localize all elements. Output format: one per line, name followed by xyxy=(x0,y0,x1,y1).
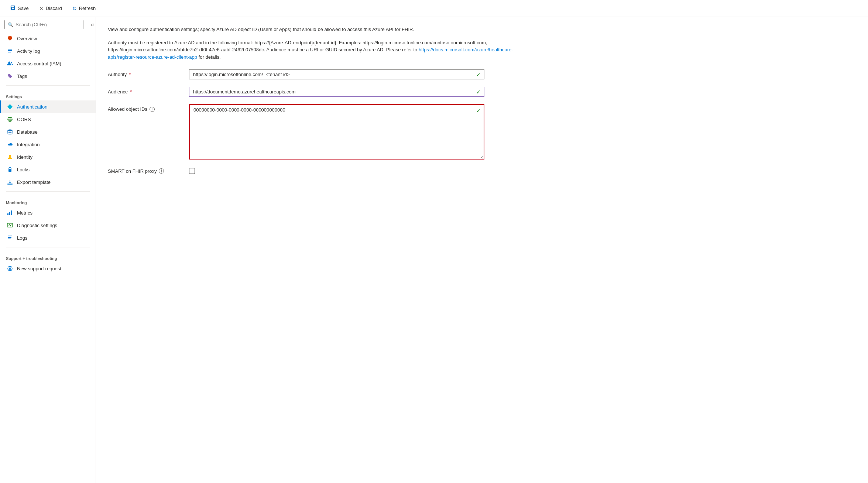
audience-required: * xyxy=(130,89,132,95)
svg-rect-1 xyxy=(8,50,12,51)
content-area: View and configure authentication settin… xyxy=(96,17,868,483)
sidebar-item-label: Diagnostic settings xyxy=(17,223,57,228)
authority-check-icon: ✓ xyxy=(476,72,481,78)
settings-section-label: Settings xyxy=(0,89,96,100)
sidebar-item-activity-log[interactable]: Activity log xyxy=(0,45,96,57)
sidebar: 🔍 « Overview Activity log xyxy=(0,17,96,483)
svg-rect-14 xyxy=(8,236,12,236)
description-paragraph-1: View and configure authentication settin… xyxy=(108,26,514,33)
monitoring-section-label: Monitoring xyxy=(0,195,96,206)
support-icon xyxy=(7,265,13,272)
svg-rect-2 xyxy=(8,52,11,52)
sidebar-item-label: Metrics xyxy=(17,210,32,216)
save-button[interactable]: Save xyxy=(6,3,33,14)
sidebar-item-metrics[interactable]: Metrics xyxy=(0,206,96,219)
svg-rect-11 xyxy=(9,212,10,215)
people-icon xyxy=(7,60,13,67)
svg-marker-5 xyxy=(7,104,13,109)
sidebar-item-label: Database xyxy=(17,129,38,135)
export-icon xyxy=(7,179,13,185)
sidebar-item-label: Overview xyxy=(17,36,37,41)
svg-point-4 xyxy=(11,62,12,63)
sidebar-item-label: New support request xyxy=(17,266,61,271)
collapse-sidebar-button[interactable]: « xyxy=(89,20,96,30)
sidebar-item-integration[interactable]: Integration xyxy=(0,138,96,151)
save-label: Save xyxy=(18,6,29,11)
svg-rect-12 xyxy=(11,210,12,215)
allowed-ids-label: Allowed object IDs i xyxy=(108,104,189,112)
svg-rect-0 xyxy=(8,49,12,49)
save-icon xyxy=(10,5,16,11)
smart-proxy-checkbox[interactable] xyxy=(189,168,195,174)
auth-form: Authority * ✓ Audience * ✓ xyxy=(108,69,514,174)
allowed-ids-input-wrap: 00000000-0000-0000-0000-000000000000 ✓ xyxy=(189,104,484,161)
sidebar-item-label: Identity xyxy=(17,154,32,160)
allowed-ids-row: Allowed object IDs i 00000000-0000-0000-… xyxy=(108,104,514,161)
nav-divider xyxy=(6,85,90,86)
authority-input[interactable] xyxy=(189,69,484,79)
sidebar-item-overview[interactable]: Overview xyxy=(0,32,96,45)
smart-proxy-row: SMART on FHIR proxy i xyxy=(108,168,514,174)
search-box[interactable]: 🔍 xyxy=(4,20,83,29)
allowed-ids-check-icon: ✓ xyxy=(476,108,481,114)
nav-section-monitoring: Metrics Diagnostic settings Logs xyxy=(0,206,96,244)
discard-icon: ✕ xyxy=(39,6,44,11)
refresh-icon: ↻ xyxy=(72,6,77,11)
svg-rect-10 xyxy=(7,213,8,215)
allowed-ids-textarea[interactable]: 00000000-0000-0000-0000-000000000000 xyxy=(189,104,484,160)
sidebar-item-locks[interactable]: Locks xyxy=(0,163,96,176)
sidebar-item-authentication[interactable]: Authentication xyxy=(0,100,96,113)
refresh-button[interactable]: ↻ Refresh xyxy=(68,3,100,14)
svg-point-8 xyxy=(9,155,11,157)
sidebar-item-label: Export template xyxy=(17,179,51,185)
lock-icon xyxy=(7,166,13,173)
authority-required: * xyxy=(129,72,131,77)
nav-divider-2 xyxy=(6,191,90,192)
nav-section-settings: Authentication CORS Database Integration xyxy=(0,100,96,188)
toolbar: Save ✕ Discard ↻ Refresh xyxy=(0,0,868,17)
smart-proxy-label: SMART on FHIR proxy i xyxy=(108,168,189,174)
svg-point-18 xyxy=(9,267,11,269)
metrics-icon xyxy=(7,209,13,216)
sidebar-item-new-support-request[interactable]: New support request xyxy=(0,262,96,275)
discard-button[interactable]: ✕ Discard xyxy=(35,3,66,14)
audience-input[interactable] xyxy=(189,87,484,97)
refresh-label: Refresh xyxy=(79,6,96,11)
audience-row: Audience * ✓ xyxy=(108,87,514,97)
nav-divider-3 xyxy=(6,247,90,247)
sidebar-item-diagnostic-settings[interactable]: Diagnostic settings xyxy=(0,219,96,232)
smart-proxy-info-icon[interactable]: i xyxy=(159,168,164,174)
sidebar-item-logs[interactable]: Logs xyxy=(0,232,96,244)
svg-point-7 xyxy=(8,130,12,131)
nav-section-support: New support request xyxy=(0,262,96,275)
logs-icon xyxy=(7,234,13,241)
description-text-3: for details. xyxy=(197,54,221,60)
audience-input-wrap: ✓ xyxy=(189,87,484,97)
diamond-icon xyxy=(7,103,13,110)
search-input[interactable] xyxy=(16,22,80,27)
identity-icon xyxy=(7,154,13,160)
nav-section-main: Overview Activity log Access control (IA… xyxy=(0,32,96,82)
cloud-icon xyxy=(7,141,13,148)
tag-icon xyxy=(7,73,13,79)
sidebar-item-tags[interactable]: Tags xyxy=(0,70,96,82)
sidebar-item-database[interactable]: Database xyxy=(0,126,96,138)
sidebar-item-label: Tags xyxy=(17,73,27,79)
main-layout: 🔍 « Overview Activity log xyxy=(0,17,868,483)
sidebar-item-access-control[interactable]: Access control (IAM) xyxy=(0,57,96,70)
svg-rect-13 xyxy=(7,223,13,227)
sidebar-item-identity[interactable]: Identity xyxy=(0,151,96,163)
allowed-ids-info-icon[interactable]: i xyxy=(150,107,155,112)
authority-input-wrap: ✓ xyxy=(189,69,484,79)
svg-point-3 xyxy=(8,62,10,64)
audience-label: Audience * xyxy=(108,87,189,95)
sidebar-item-export-template[interactable]: Export template xyxy=(0,176,96,188)
svg-rect-16 xyxy=(8,239,11,239)
search-icon: 🔍 xyxy=(8,22,13,27)
description-paragraph-2: Authority must be registered to Azure AD… xyxy=(108,39,514,61)
db-icon xyxy=(7,129,13,135)
sidebar-item-label: Logs xyxy=(17,235,27,241)
cors-icon xyxy=(7,116,13,123)
sidebar-item-cors[interactable]: CORS xyxy=(0,113,96,126)
diagnostic-icon xyxy=(7,222,13,229)
